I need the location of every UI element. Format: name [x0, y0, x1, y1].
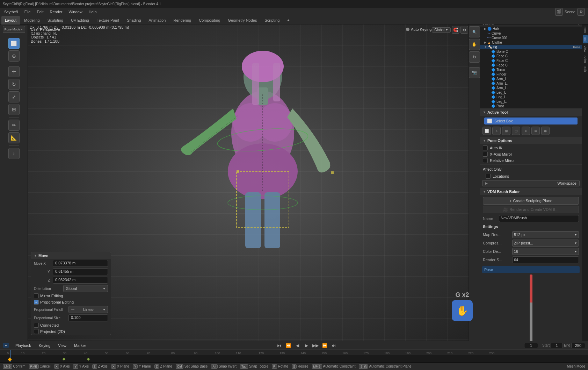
tab-texture-paint[interactable]: Texture Paint: [93, 16, 123, 24]
outliner-item-curve001[interactable]: 〰 Curve.001: [480, 36, 582, 40]
outliner-item-arm-l3[interactable]: 🔷 Arm_L.: [480, 86, 582, 90]
menu-render[interactable]: Render: [47, 9, 65, 15]
nav-pan-btn[interactable]: ✋: [469, 39, 480, 50]
proportional-size-input[interactable]: 0.100: [68, 314, 108, 321]
outliner-item-arm-l1[interactable]: 🔷 Arm_L: [480, 77, 582, 81]
tab-sculpting[interactable]: Sculpting: [44, 16, 67, 24]
nav-zoom-btn[interactable]: 🔍: [469, 26, 480, 37]
select-box-btn[interactable]: ⬜ Select Box: [484, 118, 578, 124]
proportional-btn[interactable]: ⊙: [460, 26, 468, 34]
relax-btn[interactable]: ↕: [8, 148, 20, 159]
snap-btn[interactable]: 🧲: [452, 26, 459, 34]
start-frame-input[interactable]: 1: [551, 343, 563, 348]
tab-add[interactable]: +: [284, 16, 293, 24]
camera-view-btn[interactable]: 📷: [469, 67, 480, 78]
annotate-btn[interactable]: ✏: [8, 120, 20, 131]
outliner-item-arm-l2[interactable]: 🔷 Arm_L.: [480, 81, 582, 86]
edge-tab-tool[interactable]: Tool: [583, 35, 588, 44]
timeline-keying-menu[interactable]: Keying: [36, 343, 53, 348]
create-sculpting-plane-btn[interactable]: + Create Sculpting Plane: [483, 197, 579, 205]
orientation-dropdown[interactable]: Global ▼: [63, 285, 108, 292]
select-tool-btn[interactable]: ⬜: [8, 38, 20, 49]
timeline-view-menu[interactable]: View: [55, 343, 69, 348]
tab-uv-editing[interactable]: UV Editing: [67, 16, 93, 24]
mode-selector[interactable]: Pose Mode ▼: [3, 26, 25, 33]
jump-prev-key-btn[interactable]: ⏪: [285, 342, 292, 349]
outliner-item-bone-c[interactable]: 🔷 Bone C: [480, 49, 582, 54]
color-de-dropdown[interactable]: 16 ▼: [512, 248, 579, 255]
tab-scripting[interactable]: Scripting: [261, 16, 283, 24]
timeline-playback-menu[interactable]: Playback: [13, 343, 34, 348]
menu-help[interactable]: Help: [86, 9, 100, 15]
outliner-item-root[interactable]: 🔷 Root: [480, 104, 582, 108]
outliner-item-pose[interactable]: ▼ 🦴 rig Pose: [480, 45, 582, 49]
edge-tab-view[interactable]: View: [583, 44, 588, 54]
projected-checkbox[interactable]: [34, 329, 39, 334]
x-axis-mirror-checkbox[interactable]: [483, 152, 488, 157]
go-to-start-btn[interactable]: ⏮: [276, 342, 283, 349]
menu-file[interactable]: File: [22, 9, 34, 15]
locations-checkbox[interactable]: [486, 174, 491, 179]
move-btn[interactable]: ✛: [8, 66, 20, 77]
outliner-item-face-c3[interactable]: 🔷 Face C: [480, 63, 582, 67]
outliner-item-leg-l3[interactable]: 🔷 Leg_L.: [480, 99, 582, 104]
current-frame-display[interactable]: 1: [524, 343, 538, 348]
outliner-item-hair[interactable]: ▶ 🔵 Hair: [480, 27, 582, 31]
render-create-vdm-btn[interactable]: 🎥 Render and Create VDM B...: [483, 206, 579, 213]
transform-btn[interactable]: ⊞: [8, 104, 20, 115]
outliner-item-torso[interactable]: 🔷 Torso: [480, 67, 582, 72]
timeline-mode-btn[interactable]: ●: [3, 343, 9, 348]
nav-orbit-btn[interactable]: ↻: [469, 51, 480, 63]
tab-geometry-nodes[interactable]: Geometry Nodes: [224, 16, 260, 24]
render-s-input[interactable]: 64: [512, 256, 579, 263]
move-y-input[interactable]: 0.61455 m: [53, 268, 108, 275]
proportional-falloff-dropdown[interactable]: 〰 Linear ▼: [68, 306, 108, 313]
scale-btn[interactable]: ⤢: [8, 91, 20, 102]
compress-dropdown[interactable]: ZIP (lossl... ▼: [512, 240, 579, 247]
rotate-btn[interactable]: ↻: [8, 79, 20, 90]
vdm-brush-header[interactable]: ▼ VDM Brush Baker: [480, 188, 582, 195]
workspace-toggle[interactable]: ▶ Workspace: [482, 180, 580, 186]
jump-next-key-btn[interactable]: ⏩: [321, 342, 328, 349]
edge-tab-item[interactable]: Item: [583, 25, 588, 34]
outliner-item-face-c1[interactable]: 🔷 Face C: [480, 54, 582, 58]
tool-var-7[interactable]: ⊕: [541, 127, 550, 135]
timeline-track[interactable]: 0 10 20 30 40 50 60 70 80 90 100 110 120…: [0, 350, 588, 363]
outliner-item-leg-l1[interactable]: 🔷 Leg_L: [480, 90, 582, 95]
relative-mirror-checkbox[interactable]: [483, 158, 488, 163]
tab-compositing[interactable]: Compositing: [195, 16, 224, 24]
tab-rendering[interactable]: Rendering: [170, 16, 195, 24]
tab-animation[interactable]: Animation: [145, 16, 169, 24]
tab-modeling[interactable]: Modeling: [21, 16, 43, 24]
engine-selector[interactable]: ⚙: [577, 8, 585, 16]
go-to-end-btn[interactable]: ⏭: [330, 342, 337, 349]
tool-var-4[interactable]: ⊡: [512, 127, 520, 135]
measure-btn[interactable]: 📐: [8, 132, 20, 143]
active-tool-header[interactable]: ▼ Active Tool: [480, 109, 582, 116]
proportional-editing-checkbox[interactable]: ✓: [34, 300, 39, 305]
outliner-item-face-c2[interactable]: 🔷 Face C: [480, 58, 582, 63]
outliner-item-curve[interactable]: 〰 Curve: [480, 31, 582, 36]
name-input[interactable]: NewVDMBrush: [499, 215, 579, 222]
outliner-item-clothe[interactable]: ▶ ▲ Clothe: [480, 40, 582, 45]
move-x-input[interactable]: 0.073378 m: [53, 260, 108, 267]
menu-window[interactable]: Window: [66, 9, 85, 15]
connected-checkbox[interactable]: [34, 323, 39, 328]
auto-ik-checkbox[interactable]: [483, 145, 488, 150]
play-next-btn[interactable]: ▶▶: [312, 342, 319, 349]
edge-tab-edit[interactable]: Edit: [583, 65, 588, 73]
tool-var-5[interactable]: ≡: [522, 127, 530, 135]
tool-var-1[interactable]: ⬜: [482, 127, 491, 135]
outliner-item-leg-l2[interactable]: 🔷 Leg_L.: [480, 95, 582, 99]
tool-var-3[interactable]: ⊞: [502, 127, 510, 135]
pose-options-header[interactable]: ▼ Pose Options: [480, 137, 582, 144]
timeline-track-area[interactable]: [0, 355, 588, 363]
tool-var-2[interactable]: ○: [492, 127, 501, 135]
edge-tab-anim[interactable]: Anim: [583, 54, 588, 64]
menu-scythe[interactable]: Scythe9: [1, 9, 21, 15]
tab-layout[interactable]: Layout: [1, 16, 20, 24]
end-frame-input[interactable]: 250: [571, 343, 585, 348]
play-btn[interactable]: ▶: [303, 342, 310, 349]
move-z-input[interactable]: 0.032342 m: [53, 277, 108, 284]
timeline-marker-menu[interactable]: Marker: [71, 343, 89, 348]
